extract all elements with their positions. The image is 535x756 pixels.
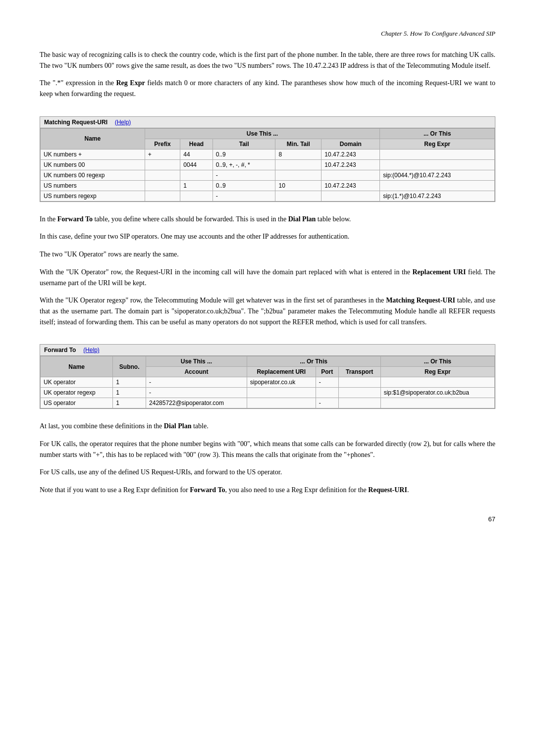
chapter-header: Chapter 5. How To Configure Advanced SIP <box>40 30 495 38</box>
col-name: Name <box>41 128 145 149</box>
col-use-this: Use This ... <box>145 128 380 139</box>
paragraph-3: In the Forward To table, you define wher… <box>40 214 495 225</box>
paragraph-2: The ".*" expression in the Reg Expr fiel… <box>40 78 495 99</box>
p3-bold-forward-to: Forward To <box>57 215 93 223</box>
fwd-col-subno: Subno. <box>113 356 146 377</box>
forward-table-body: UK operator1-sipoperator.co.uk-UK operat… <box>41 377 495 408</box>
forward-table-row: UK operator1-sipoperator.co.uk- <box>41 377 495 388</box>
fwd-sub-replacement-uri: Replacement URI <box>247 367 316 377</box>
fwd-sub-transport: Transport <box>338 367 380 377</box>
p3-text-start: In the <box>40 215 57 223</box>
fwd-col-or-this1: ... Or This <box>247 356 380 367</box>
p11-bold1: Forward To <box>190 486 225 494</box>
p6-bold: Replacement URI <box>412 268 466 276</box>
p7-bold: Matching Request-URI <box>386 297 455 304</box>
forward-table-title: Forward To (Help) <box>40 345 495 356</box>
fwd-sub-port: Port <box>316 367 338 377</box>
paragraph-10: For US calls, use any of the defined US … <box>40 467 495 478</box>
forward-table-row: UK operator regexp1-sip:$1@sipoperator.c… <box>41 388 495 398</box>
p2-text-start: The ".*" expression in the <box>40 79 116 87</box>
col-head: Head <box>180 139 213 149</box>
p8-start: At last, you combine these definitions i… <box>40 422 164 430</box>
paragraph-5: The two "UK Operator" rows are nearly th… <box>40 249 495 260</box>
matching-table-title: Matching Request-URI (Help) <box>40 117 495 128</box>
p6-start: With the "UK Operator" row, the Request-… <box>40 268 412 276</box>
matching-table-row: UK numbers 00 regexp-sip:(0044.*)@10.47.… <box>41 170 495 180</box>
forward-table-help-link[interactable]: (Help) <box>83 347 100 353</box>
col-tail: Tail <box>213 139 275 149</box>
col-reg-expr: Reg Expr <box>380 139 495 149</box>
fwd-col-name: Name <box>41 356 113 377</box>
col-or-this: ... Or This <box>380 128 495 139</box>
matching-table-row: UK numbers ++440..9810.47.2.243 <box>41 149 495 159</box>
p3-text-end: table below. <box>316 215 351 223</box>
fwd-col-use-this: Use This ... <box>146 356 247 367</box>
p8-end: table. <box>191 422 208 430</box>
p8-bold: Dial Plan <box>164 422 192 430</box>
page-number: 67 <box>40 515 495 523</box>
p3-text-mid: table, you define where calls should be … <box>93 215 288 223</box>
forward-table-row: US operator124285722@sipoperator.com- <box>41 398 495 408</box>
matching-table-row: US numbers10..91010.47.2.243 <box>41 180 495 191</box>
fwd-sub-account: Account <box>146 367 247 377</box>
forward-table-grid: Name Subno. Use This ... ... Or This ...… <box>40 356 495 408</box>
fwd-col-or-this2: ... Or This <box>380 356 494 367</box>
matching-table-grid: Name Use This ... ... Or This Prefix Hea… <box>40 128 495 202</box>
paragraph-4: In this case, define your two SIP operat… <box>40 231 495 242</box>
col-domain: Domain <box>321 139 380 149</box>
paragraph-7: With the "UK Operator regexp" row, the T… <box>40 295 495 327</box>
matching-request-uri-table: Matching Request-URI (Help) Name Use Thi… <box>40 116 495 202</box>
paragraph-8: At last, you combine these definitions i… <box>40 421 495 432</box>
matching-table-body: UK numbers ++440..9810.47.2.243UK number… <box>41 149 495 201</box>
paragraph-11: Note that if you want to use a Reg Expr … <box>40 485 495 496</box>
paragraph-1: The basic way of recognizing calls is to… <box>40 50 495 71</box>
p3-bold-dial-plan: Dial Plan <box>288 215 316 223</box>
fwd-sub-reg-expr: Reg Expr <box>380 367 494 377</box>
p11-mid: , you also need to use a Reg Expr defini… <box>225 486 368 494</box>
paragraph-6: With the "UK Operator" row, the Request-… <box>40 267 495 288</box>
matching-table-row: US numbers regexp-sip:(1.*)@10.47.2.243 <box>41 191 495 201</box>
matching-table-row: UK numbers 0000440..9, +, -, #, *10.47.2… <box>41 159 495 170</box>
forward-to-table: Forward To (Help) Name Subno. Use This .… <box>40 344 495 409</box>
paragraph-9: For UK calls, the operator requires that… <box>40 439 495 460</box>
p7-start: With the "UK Operator regexp" row, the T… <box>40 297 386 304</box>
p11-end: . <box>407 486 409 494</box>
p2-bold-reg-expr: Reg Expr <box>116 79 145 87</box>
matching-table-help-link[interactable]: (Help) <box>115 119 131 126</box>
col-min-tail: Min. Tail <box>275 139 321 149</box>
p11-start: Note that if you want to use a Reg Expr … <box>40 486 190 494</box>
col-prefix: Prefix <box>145 139 180 149</box>
p11-bold2: Request-URI <box>368 486 407 494</box>
